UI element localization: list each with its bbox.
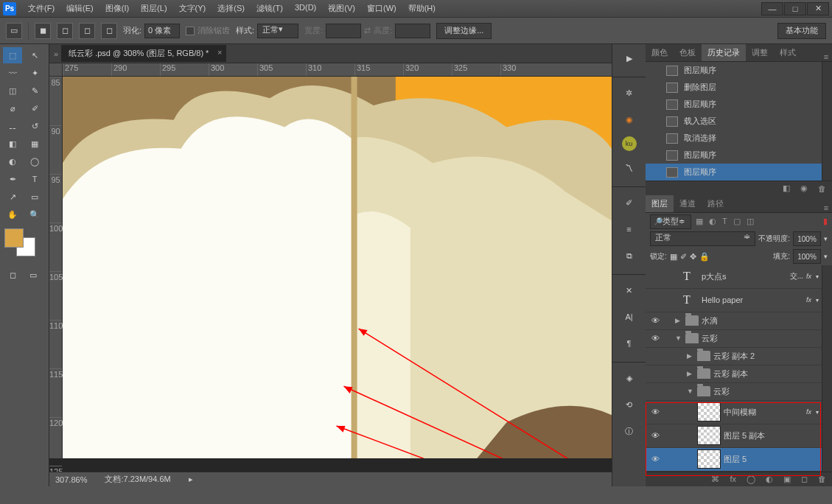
pen-tool[interactable]: ✒ [3,171,22,187]
menu-file[interactable]: 文件(F) [22,0,60,17]
delete-layer-icon[interactable]: 🗑 [818,475,826,483]
brushes-icon[interactable]: ≡ [619,220,640,239]
ruler-horizontal[interactable]: 275290295300305310315320325330 [63,63,612,77]
char-panel-icon[interactable]: A| [619,307,640,326]
tab-adjust[interactable]: 调整 [746,44,774,61]
adjustment-icon[interactable]: ◐ [766,475,773,484]
document-tab[interactable]: 纸云彩 .psd @ 308% (图层 5, RGB/8) * × [61,45,226,62]
trash-icon[interactable]: 🗑 [818,184,826,193]
layer-name[interactable]: 中间模糊 [724,407,803,418]
layer-thumbnail[interactable] [697,402,721,421]
filter-pixel-icon[interactable]: ▦ [696,217,703,226]
filter-type-icon[interactable]: T [722,217,727,226]
minimize-button[interactable]: — [761,2,783,15]
history-item[interactable]: 取消选择 [646,130,822,147]
workspace-button[interactable]: 基本功能 [777,23,826,39]
layer-item[interactable]: ▶云彩 副本 [646,365,822,383]
screen-mode-icon[interactable]: ▭ [24,267,43,283]
expand-arrow-icon[interactable]: ▶ [675,317,682,324]
layer-item[interactable]: 👁图层 5 副本 [646,424,822,448]
group-icon[interactable]: ▣ [783,475,791,484]
tab-history[interactable]: 历史记录 [702,44,746,61]
zoom-level[interactable]: 307.86% [55,475,87,484]
brush-panel-icon[interactable]: ✐ [619,193,640,212]
standard-mode-icon[interactable]: ◻ [3,267,22,283]
mask-icon[interactable]: ◯ [747,475,755,484]
eyedropper-tool[interactable]: ✎ [25,83,44,99]
history-item[interactable]: 图层顺序 [646,164,822,181]
history-item[interactable]: 图层顺序 [646,96,822,113]
tab-paths[interactable]: 路径 [702,195,730,212]
visibility-icon[interactable]: 👁 [649,316,662,325]
clone-tool[interactable]: ⚋ [3,118,22,134]
refine-edge-button[interactable]: 调整边缘... [436,23,492,39]
crop-tool[interactable]: ◫ [3,83,22,99]
camera-icon[interactable]: ◉ [800,183,808,193]
layer-name[interactable]: 云彩 [702,333,819,344]
color-swatches[interactable] [3,228,46,258]
tab-layers[interactable]: 图层 [646,195,674,212]
menu-type[interactable]: 文字(Y) [173,0,212,17]
expand-arrow-icon[interactable]: ▼ [675,335,682,342]
menu-view[interactable]: 视图(V) [322,0,361,17]
menu-filter[interactable]: 滤镜(T) [251,0,289,17]
layer-item[interactable]: Tp大点s交...fx▾ [646,265,822,289]
doc-tab-expand-icon[interactable]: » [54,49,58,58]
layer-item[interactable]: THello paperfx▾ [646,289,822,312]
layer-thumbnail[interactable] [697,426,721,445]
layer-item[interactable]: ▼云彩 [646,383,822,401]
blend-mode-select[interactable]: 正常≑ [650,231,755,246]
history-scrollbar[interactable] [822,62,832,181]
move-tool[interactable]: ↖ [25,47,44,63]
path-tool[interactable]: ↗ [3,189,22,205]
layer-item[interactable]: 👁图层 5 [646,448,822,472]
menu-edit[interactable]: 编辑(E) [60,0,99,17]
ruler-vertical[interactable]: 859095100105110115120125 [49,77,63,458]
menu-layer[interactable]: 图层(L) [135,0,172,17]
filter-toggle-icon[interactable]: ▮ [823,217,828,226]
filter-adjust-icon[interactable]: ◐ [709,217,716,226]
layer-name[interactable]: p大点s [702,271,787,282]
tab-close-icon[interactable]: × [217,48,222,57]
history-item[interactable]: 图层顺序 [646,147,822,164]
visibility-icon[interactable]: 👁 [649,334,662,343]
opacity-arrow-icon[interactable]: ▾ [824,235,828,242]
tab-swatches[interactable]: 色板 [674,44,702,61]
panel-menu-icon[interactable]: ≡ [820,52,832,61]
fx-badge[interactable]: fx [806,273,811,280]
brush-tool[interactable]: ✐ [25,100,44,116]
layer-item[interactable]: 👁▼云彩 [646,330,822,348]
fill-arrow-icon[interactable]: ▾ [824,253,828,260]
history-item[interactable]: 图层顺序 [646,62,822,79]
visibility-icon[interactable]: 👁 [649,407,662,416]
marquee-add-icon[interactable]: ◻ [57,23,73,39]
filter-shape-icon[interactable]: ▢ [733,217,741,226]
menu-3d[interactable]: 3D(D) [289,0,322,17]
new-snapshot-icon[interactable]: ◧ [783,183,790,193]
shape-tool[interactable]: ▭ [25,189,44,205]
play-icon[interactable]: ▶ [619,49,640,68]
history-item[interactable]: 删除图层 [646,79,822,96]
marquee-intersect-icon[interactable]: ◻ [101,23,117,39]
layer-name[interactable]: 图层 5 副本 [724,430,819,441]
blur-tool[interactable]: ◐ [3,153,22,169]
opacity-input[interactable] [793,231,821,246]
close-button[interactable]: ✕ [807,2,829,15]
layer-name[interactable]: 图层 5 [724,454,819,465]
hand-tool[interactable]: ✋ [3,206,22,223]
status-arrow-icon[interactable]: ▸ [189,475,193,484]
tools-panel-icon[interactable]: ✕ [619,281,640,300]
marquee-subtract-icon[interactable]: ◻ [79,23,95,39]
expand-arrow-icon[interactable]: ▶ [687,352,694,360]
info-icon[interactable]: ⓘ [619,421,640,441]
menu-select[interactable]: 选择(S) [212,0,251,17]
tab-styles[interactable]: 样式 [774,44,802,61]
fx-icon[interactable]: fx [730,475,736,483]
gradient-tool[interactable]: ▦ [25,136,44,152]
lock-paint-icon[interactable]: ✐ [680,252,687,262]
layer-filter-select[interactable]: 🔎 类型 ≑ [650,214,691,229]
menu-help[interactable]: 帮助(H) [402,0,441,17]
layers-panel-menu-icon[interactable]: ≡ [820,203,832,212]
menu-window[interactable]: 窗口(W) [361,0,402,17]
wheel-icon[interactable]: ✲ [619,83,640,102]
